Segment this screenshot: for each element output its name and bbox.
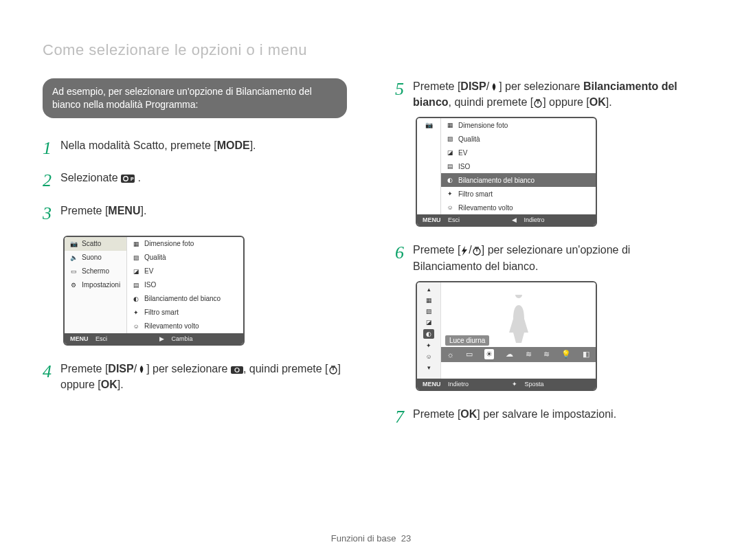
wb-icon: ◐ bbox=[445, 176, 455, 184]
ok-button-label: OK bbox=[589, 96, 606, 108]
face-icon: ☺ bbox=[131, 322, 141, 331]
menu-item: ✦Filtro smart bbox=[127, 306, 243, 320]
menu-item-label: Qualità bbox=[144, 254, 166, 261]
step-text: ]. bbox=[117, 379, 124, 390]
menu-item-label: EV bbox=[144, 267, 153, 275]
wb-options-row: ☼ ▭ ☀ ☁ ≋ ≋ 💡 ◧ bbox=[441, 347, 596, 362]
menu-item-label: Filtro smart bbox=[458, 190, 493, 198]
step-number: 4 bbox=[43, 359, 60, 385]
menu-item-label: ISO bbox=[144, 281, 156, 289]
step-text: Nella modalità Scatto, premete [ bbox=[60, 139, 217, 151]
footer-left: MENU Esci bbox=[65, 333, 154, 344]
camera-icon: 📷 bbox=[69, 240, 78, 248]
menu-item-selected: ◐Bilanciamento del bianco bbox=[441, 173, 596, 187]
footer-right: ◀ Indietro bbox=[506, 214, 596, 225]
left-column: Ad esempio, per selezionare un'opzione d… bbox=[43, 78, 347, 438]
ev-icon: ◪ bbox=[131, 267, 141, 276]
menu-item-label: Bilanciamento del bianco bbox=[458, 177, 535, 184]
ev-icon: ◪ bbox=[445, 148, 455, 157]
menu-item: ▨Qualità bbox=[441, 132, 596, 146]
wb-daylight-icon: ☀ bbox=[484, 349, 494, 359]
step-text: ] per salvare le impostazioni. bbox=[477, 408, 616, 420]
step-text: ] per selezionare bbox=[146, 363, 231, 374]
menu-item: ▤ISO bbox=[127, 278, 243, 292]
ev-icon: ◪ bbox=[424, 318, 434, 326]
menu-tab: ▭Schermo bbox=[65, 265, 126, 278]
up-arrow-icon: ▴ bbox=[424, 285, 434, 293]
photo-size-icon: ▦ bbox=[445, 121, 455, 129]
ok-button-label: OK bbox=[101, 379, 117, 390]
menu-button-label: MENU bbox=[108, 205, 140, 216]
step-text: ]. bbox=[140, 205, 146, 216]
wb-selected-label: Luce diurna bbox=[445, 335, 489, 346]
wb-awb-icon: ▭ bbox=[466, 350, 473, 359]
page-number: 23 bbox=[401, 533, 411, 544]
nav-diamond-icon: ✦ bbox=[512, 381, 517, 388]
example-callout: Ad esempio, per selezionare un'opzione d… bbox=[43, 78, 347, 118]
step-text: ] per selezionare bbox=[499, 80, 583, 92]
step-text: . bbox=[138, 172, 141, 183]
menu-item-label: Rilevamento volto bbox=[458, 204, 513, 212]
step-text: Premete [ bbox=[413, 244, 460, 256]
disp-button-label: DISP bbox=[460, 80, 486, 92]
wb-fluorescent-h-icon: ≋ bbox=[526, 350, 532, 359]
wb-tungsten-icon: 💡 bbox=[561, 350, 571, 359]
menu-item-label: Rilevamento volto bbox=[144, 322, 199, 330]
photo-size-icon: ▦ bbox=[424, 296, 434, 304]
step-7: 7 Premete [OK] per salvare le impostazio… bbox=[395, 406, 699, 432]
timer-icon bbox=[328, 365, 338, 374]
step-number: 3 bbox=[43, 201, 60, 227]
menu-item-label: Dimensione foto bbox=[144, 240, 194, 247]
timer-icon bbox=[533, 98, 543, 108]
filter-icon: ✦ bbox=[424, 341, 434, 350]
step-1: 1 Nella modalità Scatto, premete [MODE]. bbox=[43, 137, 347, 164]
menu-item: ▦Dimensione foto bbox=[441, 118, 596, 132]
program-mode-icon: P bbox=[121, 174, 135, 183]
camera-icon bbox=[231, 366, 243, 374]
wb-auto-icon: ☼ bbox=[447, 350, 454, 359]
disp-button-label: DISP bbox=[108, 363, 133, 374]
camera-menu-screenshot-1: 📷Scatto 🔈Suono ▭Schermo ⚙Impostazioni ▦D… bbox=[63, 236, 245, 346]
menu-item: ▨Qualità bbox=[127, 251, 243, 265]
menu-item-label: Filtro smart bbox=[144, 309, 179, 316]
step-number: 1 bbox=[43, 135, 60, 161]
step-5: 5 Premete [DISP/] per selezionare Bilanc… bbox=[395, 78, 699, 110]
step-text: Premete [ bbox=[60, 205, 108, 216]
footer-right: ✦ Sposta bbox=[506, 379, 596, 390]
menu-tab: 📷Scatto bbox=[65, 237, 126, 251]
timer-icon bbox=[472, 246, 482, 256]
step-text: ]. bbox=[250, 139, 256, 151]
filter-icon: ✦ bbox=[445, 190, 455, 198]
flash-icon bbox=[460, 246, 469, 256]
step-text: , quindi premete [ bbox=[449, 96, 534, 108]
menu-tab-label: Scatto bbox=[82, 240, 101, 247]
footer-left: MENU Esci bbox=[417, 214, 506, 225]
step-number: 6 bbox=[395, 240, 413, 266]
step-text: ] oppure [ bbox=[543, 96, 589, 108]
iso-icon: ▤ bbox=[131, 281, 141, 289]
wb-cloudy-icon: ☁ bbox=[506, 350, 513, 359]
menu-item-label: Bilanciamento del bianco bbox=[144, 295, 221, 302]
right-arrow-icon: ▶ bbox=[159, 335, 164, 342]
menu-item: ◪EV bbox=[127, 265, 243, 278]
page-footer: Funzioni di base 23 bbox=[0, 533, 742, 544]
step-6: 6 Premete [/] per selezionare un'opzione… bbox=[395, 242, 699, 273]
step-number: 7 bbox=[395, 404, 413, 430]
menu-item: ▦Dimensione foto bbox=[127, 237, 243, 251]
macro-icon bbox=[489, 82, 499, 92]
menu-item: ✦Filtro smart bbox=[441, 187, 596, 201]
menu-item-label: ISO bbox=[458, 163, 470, 170]
gear-icon: ⚙ bbox=[69, 281, 78, 289]
footer-right: ▶ Cambia bbox=[154, 333, 243, 344]
step-text: Premete [ bbox=[60, 363, 108, 374]
ok-button-label: OK bbox=[460, 408, 477, 420]
menu-item: ◐Bilanciamento del bianco bbox=[127, 292, 243, 306]
menu-item: ☺Rilevamento volto bbox=[441, 201, 596, 214]
photo-size-icon: ▦ bbox=[131, 240, 141, 248]
footer-left: MENU Indietro bbox=[417, 379, 506, 390]
svg-rect-3 bbox=[231, 366, 243, 374]
filter-icon: ✦ bbox=[131, 309, 141, 317]
macro-icon bbox=[137, 365, 146, 374]
menu-item: ▤ISO bbox=[441, 159, 596, 173]
left-arrow-icon: ◀ bbox=[512, 216, 517, 223]
